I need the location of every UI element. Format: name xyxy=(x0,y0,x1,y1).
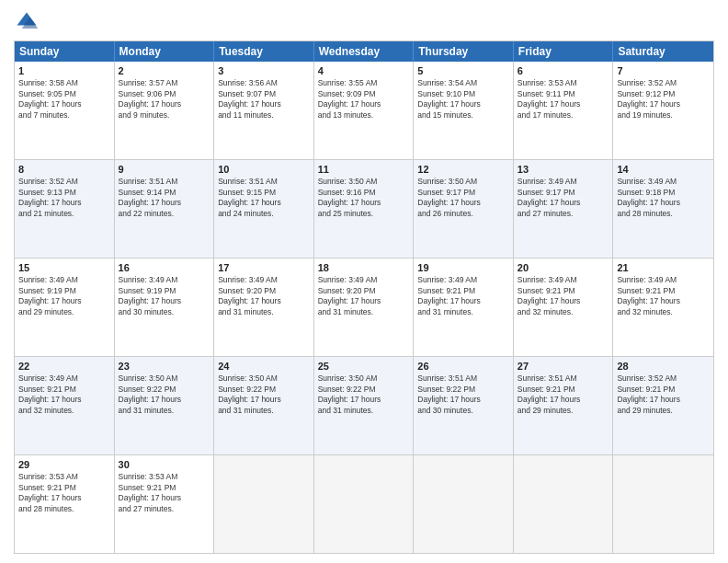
day-number: 15 xyxy=(18,261,110,274)
calendar-header-cell: Tuesday xyxy=(214,41,314,62)
calendar-cell: 23Sunrise: 3:50 AMSunset: 9:22 PMDayligh… xyxy=(115,357,215,454)
calendar-row: 8Sunrise: 3:52 AMSunset: 9:13 PMDaylight… xyxy=(15,160,713,259)
cell-details: Sunrise: 3:49 AMSunset: 9:20 PMDaylight:… xyxy=(218,275,310,317)
cell-details: Sunrise: 3:51 AMSunset: 9:14 PMDaylight:… xyxy=(119,177,210,219)
day-number: 12 xyxy=(417,163,509,176)
day-number: 27 xyxy=(518,360,609,373)
cell-details: Sunrise: 3:53 AMSunset: 9:21 PMDaylight:… xyxy=(119,472,210,514)
calendar-cell: 27Sunrise: 3:51 AMSunset: 9:21 PMDayligh… xyxy=(514,357,614,454)
calendar-cell: 17Sunrise: 3:49 AMSunset: 9:20 PMDayligh… xyxy=(214,259,314,356)
calendar-cell: 4Sunrise: 3:55 AMSunset: 9:09 PMDaylight… xyxy=(314,62,415,159)
cell-details: Sunrise: 3:49 AMSunset: 9:21 PMDaylight:… xyxy=(18,373,110,416)
day-number: 19 xyxy=(417,261,509,274)
cell-details: Sunrise: 3:49 AMSunset: 9:21 PMDaylight:… xyxy=(518,275,609,317)
day-number: 18 xyxy=(318,261,410,274)
day-number: 20 xyxy=(518,261,609,274)
header xyxy=(14,9,714,35)
day-number: 21 xyxy=(617,261,710,274)
calendar-cell: 12Sunrise: 3:50 AMSunset: 9:17 PMDayligh… xyxy=(414,160,514,258)
calendar-cell: 7Sunrise: 3:52 AMSunset: 9:12 PMDaylight… xyxy=(613,62,713,159)
calendar-header-cell: Monday xyxy=(115,41,215,62)
calendar-cell: 14Sunrise: 3:49 AMSunset: 9:18 PMDayligh… xyxy=(613,160,713,258)
calendar-cell: 8Sunrise: 3:52 AMSunset: 9:13 PMDaylight… xyxy=(15,160,115,258)
calendar-cell: 20Sunrise: 3:49 AMSunset: 9:21 PMDayligh… xyxy=(514,259,614,356)
calendar-cell: 11Sunrise: 3:50 AMSunset: 9:16 PMDayligh… xyxy=(314,160,415,258)
day-number: 17 xyxy=(218,261,310,274)
calendar-cell: 13Sunrise: 3:49 AMSunset: 9:17 PMDayligh… xyxy=(514,160,614,258)
cell-details: Sunrise: 3:50 AMSunset: 9:17 PMDaylight:… xyxy=(417,177,509,219)
calendar-cell: 2Sunrise: 3:57 AMSunset: 9:06 PMDaylight… xyxy=(115,62,215,159)
day-number: 16 xyxy=(119,261,210,274)
calendar-cell: 29Sunrise: 3:53 AMSunset: 9:21 PMDayligh… xyxy=(15,455,115,553)
cell-details: Sunrise: 3:53 AMSunset: 9:11 PMDaylight:… xyxy=(518,78,609,121)
cell-details: Sunrise: 3:55 AMSunset: 9:09 PMDaylight:… xyxy=(318,78,410,121)
calendar-cell: 15Sunrise: 3:49 AMSunset: 9:19 PMDayligh… xyxy=(15,259,115,356)
day-number: 28 xyxy=(617,360,710,373)
calendar-cell xyxy=(613,455,713,553)
day-number: 26 xyxy=(417,360,509,373)
calendar-cell: 21Sunrise: 3:49 AMSunset: 9:21 PMDayligh… xyxy=(613,259,713,356)
calendar-row: 1Sunrise: 3:58 AMSunset: 9:05 PMDaylight… xyxy=(15,62,713,160)
cell-details: Sunrise: 3:50 AMSunset: 9:16 PMDaylight:… xyxy=(318,177,410,219)
cell-details: Sunrise: 3:49 AMSunset: 9:20 PMDaylight:… xyxy=(318,275,410,317)
page: SundayMondayTuesdayWednesdayThursdayFrid… xyxy=(0,0,728,563)
cell-details: Sunrise: 3:50 AMSunset: 9:22 PMDaylight:… xyxy=(119,373,210,416)
calendar-header: SundayMondayTuesdayWednesdayThursdayFrid… xyxy=(15,41,713,62)
calendar-cell: 28Sunrise: 3:52 AMSunset: 9:21 PMDayligh… xyxy=(613,357,713,454)
calendar-cell: 19Sunrise: 3:49 AMSunset: 9:21 PMDayligh… xyxy=(414,259,514,356)
calendar-header-cell: Wednesday xyxy=(314,41,415,62)
day-number: 30 xyxy=(119,458,210,471)
calendar-cell: 3Sunrise: 3:56 AMSunset: 9:07 PMDaylight… xyxy=(214,62,314,159)
cell-details: Sunrise: 3:53 AMSunset: 9:21 PMDaylight:… xyxy=(18,472,110,514)
cell-details: Sunrise: 3:52 AMSunset: 9:12 PMDaylight:… xyxy=(617,78,710,121)
calendar-header-cell: Saturday xyxy=(613,41,713,62)
cell-details: Sunrise: 3:57 AMSunset: 9:06 PMDaylight:… xyxy=(119,78,210,121)
calendar-cell xyxy=(414,455,514,553)
calendar-cell xyxy=(214,455,314,553)
calendar-cell: 5Sunrise: 3:54 AMSunset: 9:10 PMDaylight… xyxy=(414,62,514,159)
calendar-cell: 10Sunrise: 3:51 AMSunset: 9:15 PMDayligh… xyxy=(214,160,314,258)
day-number: 6 xyxy=(518,64,609,77)
calendar-cell: 9Sunrise: 3:51 AMSunset: 9:14 PMDaylight… xyxy=(115,160,215,258)
day-number: 24 xyxy=(218,360,310,373)
logo-icon xyxy=(14,9,40,35)
day-number: 3 xyxy=(218,64,310,77)
calendar-cell: 25Sunrise: 3:50 AMSunset: 9:22 PMDayligh… xyxy=(314,357,415,454)
day-number: 2 xyxy=(119,64,210,77)
calendar-cell: 22Sunrise: 3:49 AMSunset: 9:21 PMDayligh… xyxy=(15,357,115,454)
cell-details: Sunrise: 3:49 AMSunset: 9:19 PMDaylight:… xyxy=(18,275,110,317)
day-number: 7 xyxy=(617,64,710,77)
calendar-header-cell: Sunday xyxy=(15,41,115,62)
day-number: 1 xyxy=(18,64,110,77)
day-number: 14 xyxy=(617,163,710,176)
cell-details: Sunrise: 3:51 AMSunset: 9:21 PMDaylight:… xyxy=(518,373,609,416)
cell-details: Sunrise: 3:52 AMSunset: 9:21 PMDaylight:… xyxy=(617,373,710,416)
calendar: SundayMondayTuesdayWednesdayThursdayFrid… xyxy=(14,40,714,554)
day-number: 5 xyxy=(417,64,509,77)
day-number: 10 xyxy=(218,163,310,176)
calendar-cell: 6Sunrise: 3:53 AMSunset: 9:11 PMDaylight… xyxy=(514,62,614,159)
calendar-header-cell: Thursday xyxy=(414,41,514,62)
cell-details: Sunrise: 3:49 AMSunset: 9:17 PMDaylight:… xyxy=(518,177,609,219)
calendar-cell: 24Sunrise: 3:50 AMSunset: 9:22 PMDayligh… xyxy=(214,357,314,454)
day-number: 8 xyxy=(18,163,110,176)
cell-details: Sunrise: 3:49 AMSunset: 9:21 PMDaylight:… xyxy=(617,275,710,317)
day-number: 22 xyxy=(18,360,110,373)
cell-details: Sunrise: 3:50 AMSunset: 9:22 PMDaylight:… xyxy=(318,373,410,416)
cell-details: Sunrise: 3:51 AMSunset: 9:22 PMDaylight:… xyxy=(417,373,509,416)
calendar-row: 22Sunrise: 3:49 AMSunset: 9:21 PMDayligh… xyxy=(15,357,713,455)
calendar-header-cell: Friday xyxy=(514,41,614,62)
day-number: 11 xyxy=(318,163,410,176)
day-number: 9 xyxy=(119,163,210,176)
calendar-row: 15Sunrise: 3:49 AMSunset: 9:19 PMDayligh… xyxy=(15,259,713,357)
cell-details: Sunrise: 3:58 AMSunset: 9:05 PMDaylight:… xyxy=(18,78,110,121)
day-number: 25 xyxy=(318,360,410,373)
cell-details: Sunrise: 3:54 AMSunset: 9:10 PMDaylight:… xyxy=(417,78,509,121)
day-number: 29 xyxy=(18,458,110,471)
calendar-cell: 30Sunrise: 3:53 AMSunset: 9:21 PMDayligh… xyxy=(115,455,215,553)
calendar-cell xyxy=(514,455,614,553)
calendar-cell: 18Sunrise: 3:49 AMSunset: 9:20 PMDayligh… xyxy=(314,259,415,356)
day-number: 4 xyxy=(318,64,410,77)
cell-details: Sunrise: 3:49 AMSunset: 9:18 PMDaylight:… xyxy=(617,177,710,219)
cell-details: Sunrise: 3:51 AMSunset: 9:15 PMDaylight:… xyxy=(218,177,310,219)
